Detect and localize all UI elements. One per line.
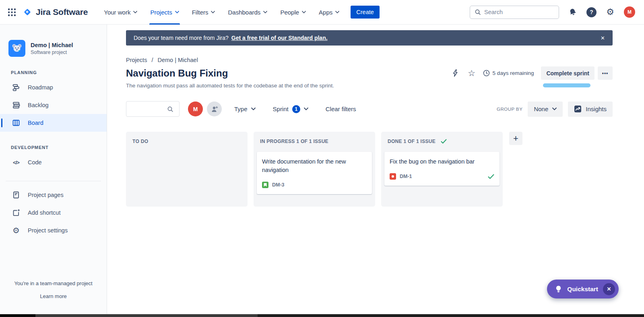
add-column-button[interactable]: + bbox=[509, 132, 522, 145]
chevron-down-icon bbox=[251, 108, 256, 110]
search-icon bbox=[475, 9, 481, 15]
chevron-down-icon bbox=[211, 11, 215, 13]
jira-logo-text: Jira Software bbox=[36, 7, 88, 17]
sidebar-item-project-settings[interactable]: ⚙ Project settings bbox=[0, 222, 107, 239]
breadcrumb-project[interactable]: Demo | Michael bbox=[157, 57, 198, 63]
column-header: TO DO bbox=[126, 132, 248, 149]
issue-key: DM-1 bbox=[400, 174, 412, 179]
clear-filters-button[interactable]: Clear filters bbox=[326, 106, 356, 112]
breadcrumb-separator: / bbox=[151, 57, 153, 63]
breadcrumb: Projects / Demo | Michael bbox=[126, 57, 613, 63]
sidebar-item-project-pages[interactable]: Project pages bbox=[0, 186, 107, 204]
clock-icon bbox=[483, 70, 490, 77]
sidebar-item-backlog[interactable]: Backlog bbox=[0, 96, 107, 114]
sidebar-divider bbox=[6, 181, 101, 181]
column-header: DONE 1 OF 1 ISSUE bbox=[381, 132, 503, 149]
insights-chart-icon bbox=[574, 105, 582, 113]
column-todo: TO DO bbox=[126, 132, 248, 207]
column-header: IN PROGRESS 1 OF 1 ISSUE bbox=[254, 132, 375, 149]
page-title: Navigation Bug Fixing bbox=[126, 68, 228, 79]
global-search[interactable] bbox=[470, 6, 559, 19]
user-avatar[interactable]: M bbox=[624, 6, 635, 18]
topnav-right-cluster: ? ⚙ M bbox=[470, 6, 635, 19]
quickstart-close-icon[interactable]: ✕ bbox=[603, 283, 615, 295]
sidebar-section-planning: PLANNING bbox=[11, 70, 107, 75]
issue-card[interactable]: Write documentation for the new navigati… bbox=[257, 152, 372, 194]
nav-apps[interactable]: Apps bbox=[312, 0, 346, 25]
quickstart-highlight-pill bbox=[543, 83, 590, 87]
project-type: Software project bbox=[31, 50, 73, 55]
jira-logo[interactable]: Jira Software bbox=[23, 7, 88, 17]
primary-nav: Your work Projects Filters Dashboards Pe… bbox=[97, 0, 346, 25]
project-name: Demo | Michael bbox=[31, 42, 73, 48]
breadcrumb-projects[interactable]: Projects bbox=[126, 57, 147, 63]
group-by-dropdown[interactable]: None bbox=[528, 102, 563, 117]
board-filter-bar: M Type Sprint 1 Clear filters GROUP BY N… bbox=[126, 101, 613, 117]
chevron-down-icon bbox=[335, 11, 339, 13]
team-managed-note: You're in a team-managed project bbox=[0, 280, 107, 286]
taskbar-edge bbox=[0, 314, 644, 317]
sidebar-section-development: DEVELOPMENT bbox=[11, 145, 107, 150]
issue-card[interactable]: Fix the bug on the navigation bar DM-1 bbox=[384, 152, 500, 186]
assignee-avatar[interactable]: M bbox=[188, 102, 203, 116]
search-input[interactable] bbox=[484, 9, 559, 15]
lightbulb-icon bbox=[555, 285, 562, 293]
create-button[interactable]: Create bbox=[351, 6, 380, 19]
sidebar-item-board[interactable]: Board bbox=[0, 114, 107, 132]
sidebar-item-code[interactable]: </> Code bbox=[0, 153, 107, 171]
complete-sprint-button[interactable]: Complete sprint bbox=[541, 66, 594, 80]
story-icon bbox=[262, 182, 268, 188]
upgrade-banner: Does your team need more from Jira? Get … bbox=[126, 30, 613, 46]
nav-people[interactable]: People bbox=[274, 0, 312, 25]
chevron-down-icon bbox=[552, 108, 557, 110]
days-remaining: 5 days remaining bbox=[483, 70, 534, 77]
pages-icon bbox=[12, 191, 21, 199]
board-search-input[interactable] bbox=[131, 106, 167, 112]
quickstart-label: Quickstart bbox=[567, 286, 598, 293]
banner-trial-link[interactable]: Get a free trial of our Standard plan. bbox=[231, 35, 328, 41]
issue-done-check-icon bbox=[488, 174, 494, 179]
project-header: Demo | Michael Software project bbox=[0, 40, 107, 57]
add-shortcut-icon bbox=[12, 209, 21, 217]
column-done: DONE 1 OF 1 ISSUE Fix the bug on the nav… bbox=[381, 132, 503, 207]
nav-your-work[interactable]: Your work bbox=[97, 0, 144, 25]
chevron-down-icon bbox=[263, 11, 267, 13]
banner-close-icon[interactable]: ✕ bbox=[601, 35, 605, 41]
insights-button[interactable]: Insights bbox=[568, 102, 613, 117]
assignee-avatars: M bbox=[188, 102, 222, 116]
automation-lightning-icon[interactable] bbox=[449, 67, 462, 80]
quickstart-button[interactable]: Quickstart ✕ bbox=[547, 280, 619, 298]
sidebar-footer: You're in a team-managed project Learn m… bbox=[0, 280, 107, 299]
jira-logo-icon bbox=[23, 7, 32, 17]
sprint-actions: ☆ 5 days remaining Complete sprint ••• bbox=[449, 66, 613, 80]
issue-title: Write documentation for the new navigati… bbox=[262, 157, 357, 174]
board-search[interactable] bbox=[126, 101, 180, 117]
nav-projects[interactable]: Projects bbox=[144, 0, 185, 25]
issue-key: DM-3 bbox=[272, 182, 285, 188]
nav-dashboards[interactable]: Dashboards bbox=[221, 0, 274, 25]
top-navigation-bar: Jira Software Your work Projects Filters… bbox=[0, 0, 644, 25]
sidebar-item-roadmap[interactable]: Roadmap bbox=[0, 79, 107, 96]
nav-filters[interactable]: Filters bbox=[186, 0, 222, 25]
settings-gear-icon[interactable]: ⚙ bbox=[605, 7, 615, 17]
board-main-area: Does your team need more from Jira? Get … bbox=[107, 25, 644, 317]
add-people-icon[interactable] bbox=[207, 102, 222, 116]
issue-title: Fix the bug on the navigation bar bbox=[390, 157, 484, 166]
sidebar-item-add-shortcut[interactable]: Add shortcut bbox=[0, 204, 107, 222]
bug-icon bbox=[390, 173, 396, 180]
chevron-down-icon bbox=[302, 11, 306, 13]
chevron-down-icon bbox=[304, 108, 308, 110]
help-icon[interactable]: ? bbox=[586, 7, 597, 17]
chevron-down-icon bbox=[133, 11, 137, 13]
search-icon bbox=[167, 106, 173, 112]
app-switcher-icon[interactable] bbox=[6, 7, 17, 17]
more-actions-button[interactable]: ••• bbox=[598, 66, 613, 80]
star-icon[interactable]: ☆ bbox=[465, 67, 478, 80]
project-avatar-koala-icon bbox=[8, 40, 25, 57]
learn-more-link[interactable]: Learn more bbox=[40, 293, 66, 299]
project-settings-gear-icon: ⚙ bbox=[12, 226, 21, 234]
notifications-bell-icon[interactable] bbox=[568, 7, 578, 17]
board-columns: TO DO IN PROGRESS 1 OF 1 ISSUE Write doc… bbox=[126, 132, 613, 207]
type-filter-dropdown[interactable]: Type bbox=[234, 106, 256, 112]
sprint-filter-dropdown[interactable]: Sprint 1 bbox=[273, 105, 308, 113]
